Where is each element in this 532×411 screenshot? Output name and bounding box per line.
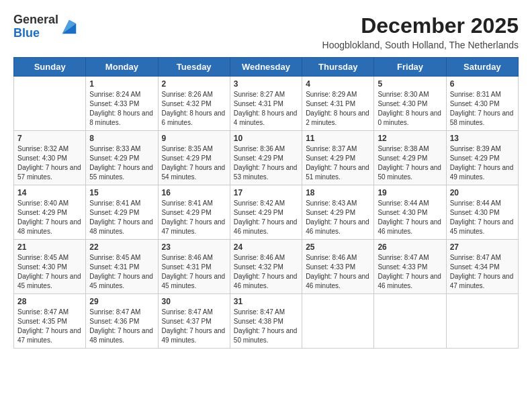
day-info: Sunrise: 8:47 AMSunset: 4:34 PMDaylight:… xyxy=(450,253,515,291)
day-number: 15 xyxy=(89,188,154,197)
calendar-body: 1Sunrise: 8:24 AMSunset: 4:33 PMDaylight… xyxy=(14,77,519,349)
day-number: 17 xyxy=(234,188,298,197)
title-block: December 2025 Hoogblokland, South Hollan… xyxy=(322,13,519,50)
day-info: Sunrise: 8:24 AMSunset: 4:33 PMDaylight:… xyxy=(89,90,154,128)
day-number: 11 xyxy=(306,134,370,143)
day-cell: 10Sunrise: 8:36 AMSunset: 4:29 PMDayligh… xyxy=(230,131,302,185)
day-number: 13 xyxy=(450,134,515,143)
col-header-sunday: Sunday xyxy=(14,58,86,77)
logo-general-text: General xyxy=(13,13,58,26)
week-row-2: 7Sunrise: 8:32 AMSunset: 4:30 PMDaylight… xyxy=(14,131,519,185)
day-cell: 3Sunrise: 8:27 AMSunset: 4:31 PMDaylight… xyxy=(230,77,302,131)
day-cell: 29Sunrise: 8:47 AMSunset: 4:36 PMDayligh… xyxy=(86,294,158,349)
day-info: Sunrise: 8:42 AMSunset: 4:29 PMDaylight:… xyxy=(234,199,298,236)
calendar-subtitle: Hoogblokland, South Holland, The Netherl… xyxy=(322,40,519,50)
calendar-header: SundayMondayTuesdayWednesdayThursdayFrid… xyxy=(14,58,519,77)
day-cell: 21Sunrise: 8:45 AMSunset: 4:30 PMDayligh… xyxy=(14,240,86,294)
day-info: Sunrise: 8:41 AMSunset: 4:29 PMDaylight:… xyxy=(89,199,154,236)
day-info: Sunrise: 8:47 AMSunset: 4:38 PMDaylight:… xyxy=(234,308,298,345)
calendar-table: SundayMondayTuesdayWednesdayThursdayFrid… xyxy=(13,57,519,349)
col-header-wednesday: Wednesday xyxy=(230,58,302,77)
day-info: Sunrise: 8:30 AMSunset: 4:30 PMDaylight:… xyxy=(378,90,442,128)
day-number: 5 xyxy=(378,79,442,89)
day-info: Sunrise: 8:32 AMSunset: 4:30 PMDaylight:… xyxy=(17,144,82,182)
day-number: 29 xyxy=(89,297,154,306)
day-number: 6 xyxy=(450,79,515,89)
day-cell: 16Sunrise: 8:41 AMSunset: 4:29 PMDayligh… xyxy=(158,185,230,240)
day-cell: 19Sunrise: 8:44 AMSunset: 4:30 PMDayligh… xyxy=(374,185,446,240)
day-cell: 22Sunrise: 8:45 AMSunset: 4:31 PMDayligh… xyxy=(86,240,158,294)
day-number: 19 xyxy=(378,188,442,197)
day-info: Sunrise: 8:44 AMSunset: 4:30 PMDaylight:… xyxy=(378,199,442,236)
day-cell: 7Sunrise: 8:32 AMSunset: 4:30 PMDaylight… xyxy=(14,131,86,185)
day-number: 8 xyxy=(89,134,154,143)
day-info: Sunrise: 8:46 AMSunset: 4:33 PMDaylight:… xyxy=(306,253,370,291)
day-cell xyxy=(14,77,86,131)
calendar-title: December 2025 xyxy=(322,13,519,38)
day-number: 31 xyxy=(234,297,298,306)
day-cell: 24Sunrise: 8:46 AMSunset: 4:32 PMDayligh… xyxy=(230,240,302,294)
day-info: Sunrise: 8:47 AMSunset: 4:36 PMDaylight:… xyxy=(89,308,154,345)
day-info: Sunrise: 8:47 AMSunset: 4:37 PMDaylight:… xyxy=(162,308,226,345)
day-cell: 13Sunrise: 8:39 AMSunset: 4:29 PMDayligh… xyxy=(446,131,518,185)
day-info: Sunrise: 8:39 AMSunset: 4:29 PMDaylight:… xyxy=(450,144,515,182)
day-number: 24 xyxy=(234,242,298,252)
day-number: 27 xyxy=(450,242,515,252)
day-cell: 20Sunrise: 8:44 AMSunset: 4:30 PMDayligh… xyxy=(446,185,518,240)
day-cell: 30Sunrise: 8:47 AMSunset: 4:37 PMDayligh… xyxy=(158,294,230,349)
day-info: Sunrise: 8:46 AMSunset: 4:31 PMDaylight:… xyxy=(162,253,226,291)
day-cell: 26Sunrise: 8:47 AMSunset: 4:33 PMDayligh… xyxy=(374,240,446,294)
day-info: Sunrise: 8:38 AMSunset: 4:29 PMDaylight:… xyxy=(378,144,442,182)
day-number: 22 xyxy=(89,242,154,252)
day-number: 21 xyxy=(17,242,82,252)
day-info: Sunrise: 8:29 AMSunset: 4:31 PMDaylight:… xyxy=(306,90,370,128)
day-cell xyxy=(302,294,374,349)
day-cell: 9Sunrise: 8:35 AMSunset: 4:29 PMDaylight… xyxy=(158,131,230,185)
day-number: 18 xyxy=(306,188,370,197)
day-number: 25 xyxy=(306,242,370,252)
day-number: 4 xyxy=(306,79,370,89)
day-number: 23 xyxy=(162,242,226,252)
day-info: Sunrise: 8:40 AMSunset: 4:29 PMDaylight:… xyxy=(17,199,82,236)
day-cell: 15Sunrise: 8:41 AMSunset: 4:29 PMDayligh… xyxy=(86,185,158,240)
col-header-saturday: Saturday xyxy=(446,58,518,77)
day-info: Sunrise: 8:26 AMSunset: 4:32 PMDaylight:… xyxy=(162,90,226,128)
col-header-tuesday: Tuesday xyxy=(158,58,230,77)
day-number: 7 xyxy=(17,134,82,143)
day-number: 2 xyxy=(162,79,226,89)
logo-icon xyxy=(60,17,79,36)
day-number: 30 xyxy=(162,297,226,306)
day-cell: 4Sunrise: 8:29 AMSunset: 4:31 PMDaylight… xyxy=(302,77,374,131)
day-info: Sunrise: 8:36 AMSunset: 4:29 PMDaylight:… xyxy=(234,144,298,182)
day-info: Sunrise: 8:33 AMSunset: 4:29 PMDaylight:… xyxy=(89,144,154,182)
day-cell: 28Sunrise: 8:47 AMSunset: 4:35 PMDayligh… xyxy=(14,294,86,349)
day-cell: 17Sunrise: 8:42 AMSunset: 4:29 PMDayligh… xyxy=(230,185,302,240)
day-cell: 5Sunrise: 8:30 AMSunset: 4:30 PMDaylight… xyxy=(374,77,446,131)
day-number: 3 xyxy=(234,79,298,89)
day-cell: 27Sunrise: 8:47 AMSunset: 4:34 PMDayligh… xyxy=(446,240,518,294)
day-cell: 14Sunrise: 8:40 AMSunset: 4:29 PMDayligh… xyxy=(14,185,86,240)
day-cell: 25Sunrise: 8:46 AMSunset: 4:33 PMDayligh… xyxy=(302,240,374,294)
day-info: Sunrise: 8:46 AMSunset: 4:32 PMDaylight:… xyxy=(234,253,298,291)
day-number: 10 xyxy=(234,134,298,143)
day-info: Sunrise: 8:47 AMSunset: 4:35 PMDaylight:… xyxy=(17,308,82,345)
day-info: Sunrise: 8:41 AMSunset: 4:29 PMDaylight:… xyxy=(162,199,226,236)
day-number: 9 xyxy=(162,134,226,143)
day-cell: 12Sunrise: 8:38 AMSunset: 4:29 PMDayligh… xyxy=(374,131,446,185)
day-number: 20 xyxy=(450,188,515,197)
day-cell: 1Sunrise: 8:24 AMSunset: 4:33 PMDaylight… xyxy=(86,77,158,131)
day-cell: 2Sunrise: 8:26 AMSunset: 4:32 PMDaylight… xyxy=(158,77,230,131)
day-info: Sunrise: 8:47 AMSunset: 4:33 PMDaylight:… xyxy=(378,253,442,291)
day-info: Sunrise: 8:44 AMSunset: 4:30 PMDaylight:… xyxy=(450,199,515,236)
day-number: 16 xyxy=(162,188,226,197)
week-row-1: 1Sunrise: 8:24 AMSunset: 4:33 PMDaylight… xyxy=(14,77,519,131)
day-number: 26 xyxy=(378,242,442,252)
week-row-3: 14Sunrise: 8:40 AMSunset: 4:29 PMDayligh… xyxy=(14,185,519,240)
logo-blue-text: Blue xyxy=(13,26,40,40)
day-info: Sunrise: 8:45 AMSunset: 4:31 PMDaylight:… xyxy=(89,253,154,291)
day-info: Sunrise: 8:37 AMSunset: 4:29 PMDaylight:… xyxy=(306,144,370,182)
logo: General Blue xyxy=(13,13,79,40)
col-header-thursday: Thursday xyxy=(302,58,374,77)
day-info: Sunrise: 8:35 AMSunset: 4:29 PMDaylight:… xyxy=(162,144,226,182)
day-cell xyxy=(374,294,446,349)
